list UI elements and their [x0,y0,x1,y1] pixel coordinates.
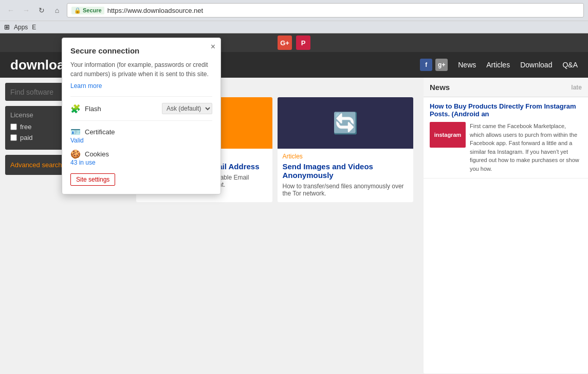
bookmark-apps[interactable]: Apps [14,24,28,31]
popup-close-button[interactable]: × [211,42,215,51]
lock-icon: 🔒 [74,7,81,14]
card-anon-image: 🔄 [278,97,414,149]
bookmark-e[interactable]: E [32,24,36,31]
back-button[interactable]: ← [4,4,17,17]
sync-icon: 🔄 [333,111,358,135]
popup-divider-1 [70,96,212,97]
news-title: News [430,83,450,92]
news-section: News late How to Buy Products Directly F… [424,78,588,373]
header-facebook-icon[interactable]: f [420,59,432,71]
nav-links: News Articles Download Q&A [458,61,578,69]
cookies-row: 🍪 Cookies 43 in use [70,149,212,166]
cookies-label: Cookies [85,150,109,158]
news-desc-0: First came the Facebook Marketplace, whi… [470,122,582,173]
card-anon: 🔄 Articles Send Images and Videos Anonym… [278,97,414,202]
free-checkbox[interactable] [10,123,17,130]
nav-news[interactable]: News [458,61,476,69]
news-thumbnail-0: instagram [430,122,466,148]
popup-divider-2 [70,120,212,121]
popup-title: Secure connection [70,46,212,55]
free-label: free [20,123,31,131]
popup-flash-row: 🧩 Flash Ask (default) Allow Block [70,103,212,114]
cookies-value[interactable]: 43 in use [70,159,212,166]
popup-desc-text: Your information (for example, passwords… [70,61,209,78]
google-plus-icon[interactable]: G+ [278,35,292,50]
browser-chrome: ← → ↻ ⌂ 🔒 Secure https://www.downloadsou… [0,0,588,33]
home-button[interactable]: ⌂ [50,4,64,17]
card-anon-desc: How to transfer/send files anonymously o… [278,183,414,202]
secure-badge[interactable]: 🔒 Secure [71,7,104,14]
nav-qa[interactable]: Q&A [562,61,578,69]
nav-articles[interactable]: Articles [486,61,510,69]
news-item-content-0: instagram First came the Facebook Market… [430,122,582,173]
paid-label: paid [20,134,33,141]
cert-value[interactable]: Valid [70,137,212,144]
card-anon-title[interactable]: Send Images and Videos Anonymously [278,162,414,183]
forward-button[interactable]: → [20,4,33,17]
nav-buttons: ← → ↻ ⌂ [4,4,64,17]
cookies-row-left: 🍪 Cookies [70,149,212,159]
cert-label: Certificate [85,128,115,136]
popup-flash-label: Flash [85,105,101,113]
cert-row-left: 🪪 Certificate [70,127,212,137]
thumbnail-label-0: instagram [434,132,462,138]
site-settings-button[interactable]: Site settings [70,173,115,186]
popup-flash-left: 🧩 Flash [70,104,101,114]
cert-row: 🪪 Certificate Valid [70,127,212,144]
browser-toolbar: ← → ↻ ⌂ 🔒 Secure https://www.downloadsou… [0,0,588,21]
header-social: f g+ [420,59,448,71]
cert-icon: 🪪 [70,127,81,137]
card-anon-category: Articles [278,149,414,162]
news-item-title-0[interactable]: How to Buy Products Directly From Instag… [430,102,582,118]
secure-label: Secure [83,7,102,13]
refresh-button[interactable]: ↻ [35,4,48,17]
news-latest: late [571,84,582,91]
address-bar[interactable]: 🔒 Secure https://www.downloadsource.net [67,3,584,17]
news-item-0: How to Buy Products Directly From Instag… [424,97,588,179]
flash-permission-select[interactable]: Ask (default) Allow Block [162,103,212,114]
popup-desc: Your information (for example, passwords… [70,60,212,79]
popup-learn-more[interactable]: Learn more [70,82,102,90]
puzzle-icon: 🧩 [70,104,81,114]
url-text: https://www.downloadsource.net [107,7,579,14]
header-google-icon[interactable]: g+ [435,59,448,71]
website-content: G+ P downloadsource f g+ News Articles D… [0,33,588,373]
pinterest-icon[interactable]: P [296,35,310,50]
cookies-icon: 🍪 [70,149,81,159]
apps-icon: ⊞ [4,23,10,31]
security-popup: × Secure connection Your information (fo… [62,38,221,194]
nav-download[interactable]: Download [520,61,552,69]
bookmarks-bar: ⊞ Apps E [0,21,588,33]
news-header: News late [424,78,588,97]
paid-checkbox[interactable] [10,134,17,141]
advanced-search-label[interactable]: Advanced search [10,161,62,169]
